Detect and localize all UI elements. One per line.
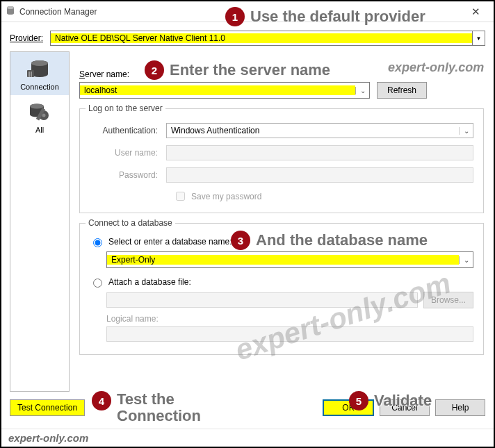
main-area: Connection All Server name: localhost [1,51,494,392]
provider-value: Native OLE DB\SQL Server Native Client 1… [51,33,472,43]
tab-all[interactable]: All [10,95,69,138]
tab-connection[interactable]: Connection [10,52,69,95]
save-password-checkbox [176,192,185,201]
svg-point-14 [30,104,44,109]
tab-all-label: All [35,126,44,134]
logon-group: Log on to the server Authentication: Win… [79,108,484,213]
auth-combo[interactable]: Windows Authentication ⌄ [166,123,473,138]
username-input [166,145,473,160]
logical-name-label: Logical name: [106,314,473,324]
svg-point-3 [7,6,14,9]
password-label: Password: [90,170,166,180]
chevron-down-icon: ⌄ [459,127,473,135]
cancel-button[interactable]: Cancel [380,399,430,416]
chevron-down-icon: ▼ [472,31,485,45]
db-icon [6,6,15,17]
db-name-combo[interactable]: Expert-Only ⌄ [106,251,473,268]
test-connection-button[interactable]: Test Connection [10,399,85,416]
close-button[interactable]: ✕ [462,6,489,18]
provider-combo[interactable]: Native OLE DB\SQL Server Native Client 1… [50,31,485,46]
ok-button[interactable]: OK [323,399,374,416]
server-label-row: Server name: [79,69,484,79]
db-attach-label: Attach a database file: [108,277,191,287]
chevron-down-icon: ⌄ [355,87,369,94]
tab-connection-label: Connection [20,83,59,91]
logical-name-input [106,326,473,342]
db-select-radio-row[interactable]: Select or enter a database name: [90,236,473,247]
auth-label: Authentication: [90,126,166,135]
attach-file-input [106,292,418,308]
save-password-row: Save my password [173,190,473,203]
password-input [166,167,473,183]
window-title: Connection Manager [19,7,97,17]
server-name-label: Server name: [79,69,129,79]
provider-label: Provider: [10,33,43,43]
bottom-buttons: Test Connection OK Cancel Help [10,399,485,416]
side-tabs: Connection All [10,51,70,392]
svg-point-2 [7,12,14,15]
db-select-radio[interactable] [93,238,102,247]
chevron-down-icon: ⌄ [459,256,473,264]
svg-rect-10 [31,72,32,77]
browse-button: Browse... [423,292,473,308]
auth-value: Windows Authentication [167,126,459,135]
help-button[interactable]: Help [435,399,485,416]
refresh-button[interactable]: Refresh [377,82,427,99]
footer: expert-only.com [1,429,494,447]
db-select-label: Select or enter a database name: [108,237,232,247]
db-attach-radio-row[interactable]: Attach a database file: [90,276,473,288]
titlebar: Connection Manager ✕ [1,1,494,22]
db-attach-radio[interactable] [93,279,102,288]
save-password-label: Save my password [191,192,261,201]
logon-legend: Log on to the server [86,103,165,113]
db-name-value: Expert-Only [107,255,459,265]
username-label: User name: [90,148,166,158]
server-name-combo[interactable]: localhost ⌄ [79,82,370,99]
provider-row: Provider: Native OLE DB\SQL Server Nativ… [1,22,494,51]
content: Server name: localhost ⌄ Refresh Log on … [70,51,494,392]
server-name-value: localhost [80,85,355,95]
db-legend: Connect to a database [86,218,175,228]
db-group: Connect to a database Select or enter a … [79,223,484,355]
svg-rect-9 [29,72,30,77]
svg-point-7 [31,60,48,66]
